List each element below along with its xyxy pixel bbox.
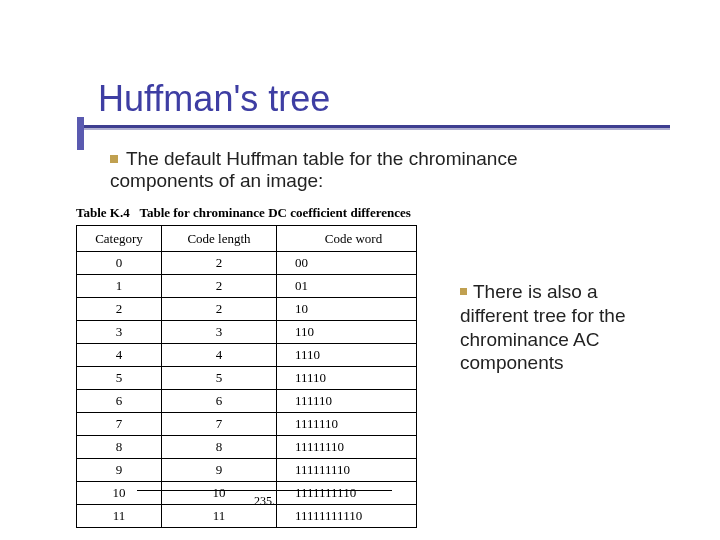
table-row: 111111111111110 xyxy=(77,505,417,528)
cell-code-length: 2 xyxy=(162,275,277,298)
cell-category: 1 xyxy=(77,275,162,298)
bullet-1-text-line2: components of an image: xyxy=(110,170,670,192)
title-underline-light xyxy=(84,128,670,130)
cell-code-word: 1111111110 xyxy=(277,482,417,505)
cell-code-word: 1110 xyxy=(277,344,417,367)
cell-code-word: 111110 xyxy=(277,390,417,413)
cell-code-word: 01 xyxy=(277,275,417,298)
th-code-word: Code word xyxy=(277,226,417,252)
table-row: 771111110 xyxy=(77,413,417,436)
bullet-1: The default Huffman table for the chromi… xyxy=(110,148,670,192)
table-footer-rule xyxy=(137,490,392,491)
th-category: Category xyxy=(77,226,162,252)
table-row: 441110 xyxy=(77,344,417,367)
table-row: 99111111110 xyxy=(77,459,417,482)
cell-code-length: 6 xyxy=(162,390,277,413)
slide-title: Huffman's tree xyxy=(98,78,330,120)
cell-category: 3 xyxy=(77,321,162,344)
table-caption-label: Table K.4 xyxy=(76,205,130,220)
cell-code-word: 11111110 xyxy=(277,436,417,459)
cell-code-length: 4 xyxy=(162,344,277,367)
table-row: 1201 xyxy=(77,275,417,298)
bullet-square-icon xyxy=(460,288,467,295)
cell-code-word: 111111110 xyxy=(277,459,417,482)
title-accent-bar xyxy=(77,117,84,150)
cell-code-word: 10 xyxy=(277,298,417,321)
table-row: 33110 xyxy=(77,321,417,344)
side-note-text: There is also a different tree for the c… xyxy=(460,281,625,373)
cell-code-word: 11110 xyxy=(277,367,417,390)
table-caption: Table K.4 Table for chrominance DC coeff… xyxy=(76,205,411,221)
cell-category: 2 xyxy=(77,298,162,321)
cell-code-length: 5 xyxy=(162,367,277,390)
th-code-length: Code length xyxy=(162,226,277,252)
cell-code-length: 3 xyxy=(162,321,277,344)
cell-code-word: 1111110 xyxy=(277,413,417,436)
table-row: 10101111111110 xyxy=(77,482,417,505)
cell-code-length: 2 xyxy=(162,252,277,275)
table-row: 8811111110 xyxy=(77,436,417,459)
cell-code-word: 00 xyxy=(277,252,417,275)
side-note: There is also a different tree for the c… xyxy=(460,280,670,375)
cell-code-length: 8 xyxy=(162,436,277,459)
table-row: 2210 xyxy=(77,298,417,321)
bullet-square-icon xyxy=(110,155,118,163)
table-row: 5511110 xyxy=(77,367,417,390)
table-row: 0200 xyxy=(77,252,417,275)
bullet-1-text-line1: The default Huffman table for the chromi… xyxy=(126,148,518,169)
table-caption-text: Table for chrominance DC coefficient dif… xyxy=(139,205,410,220)
cell-category: 6 xyxy=(77,390,162,413)
cell-category: 7 xyxy=(77,413,162,436)
cell-category: 11 xyxy=(77,505,162,528)
cell-code-length: 2 xyxy=(162,298,277,321)
cell-category: 4 xyxy=(77,344,162,367)
cell-category: 8 xyxy=(77,436,162,459)
cell-category: 9 xyxy=(77,459,162,482)
table-header-row: Category Code length Code word xyxy=(77,226,417,252)
table-row: 66111110 xyxy=(77,390,417,413)
cell-category: 0 xyxy=(77,252,162,275)
huffman-table: Category Code length Code word 020012012… xyxy=(76,225,417,528)
page-number: 235. xyxy=(254,494,275,509)
cell-code-length: 7 xyxy=(162,413,277,436)
cell-category: 5 xyxy=(77,367,162,390)
cell-code-length: 9 xyxy=(162,459,277,482)
cell-category: 10 xyxy=(77,482,162,505)
cell-code-word: 11111111110 xyxy=(277,505,417,528)
cell-code-word: 110 xyxy=(277,321,417,344)
